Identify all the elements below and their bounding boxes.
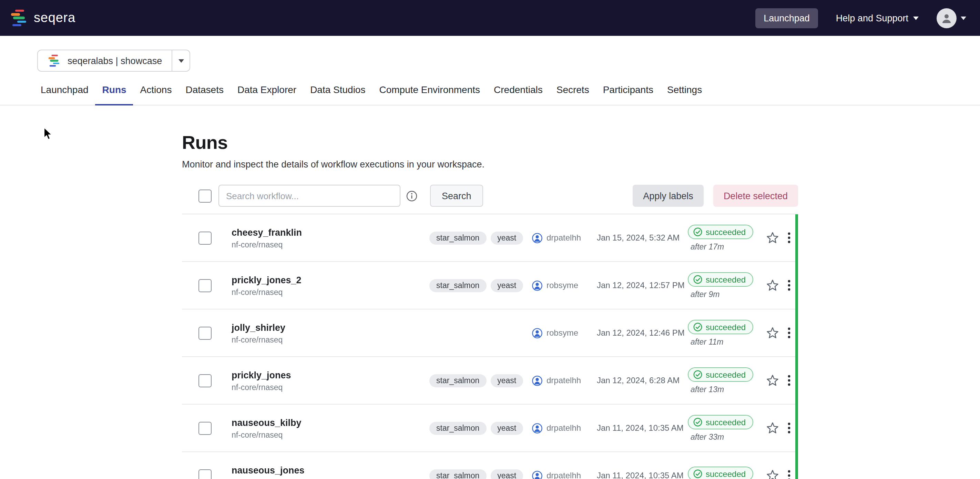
search-input[interactable] bbox=[218, 185, 401, 207]
help-and-support-menu[interactable]: Help and Support bbox=[836, 13, 919, 23]
tab-participants[interactable]: Participants bbox=[596, 84, 660, 105]
tab-datasets[interactable]: Datasets bbox=[178, 84, 231, 105]
chevron-down-icon bbox=[913, 16, 919, 20]
run-user: drpatelhh bbox=[547, 376, 581, 385]
brand[interactable]: seqera bbox=[10, 9, 75, 27]
row-checkbox[interactable] bbox=[199, 422, 212, 434]
star-icon[interactable] bbox=[764, 232, 781, 244]
status-badge: succeeded bbox=[688, 225, 753, 239]
tabs: LaunchpadRunsActionsDatasetsData Explore… bbox=[0, 84, 980, 105]
row-menu-button[interactable] bbox=[781, 422, 797, 433]
row-checkbox[interactable] bbox=[199, 279, 212, 292]
tab-settings[interactable]: Settings bbox=[660, 84, 709, 105]
run-user-cell: drpatelhh bbox=[532, 470, 597, 479]
star-icon[interactable] bbox=[764, 279, 781, 291]
run-pipeline: nf-core/rnaseq bbox=[232, 383, 430, 391]
run-name-cell: nauseous_jones nf-core/rnaseq bbox=[232, 465, 430, 479]
page-subtitle: Monitor and inspect the details of workf… bbox=[182, 159, 798, 170]
status-badge: succeeded bbox=[688, 415, 753, 430]
run-label-pill: yeast bbox=[490, 374, 523, 387]
check-circle-icon bbox=[693, 469, 702, 478]
run-user-cell: drpatelhh bbox=[532, 232, 597, 243]
user-menu[interactable] bbox=[937, 8, 966, 28]
table-accent-bar bbox=[795, 214, 798, 479]
user-avatar-icon bbox=[532, 470, 542, 479]
check-circle-icon bbox=[693, 418, 702, 426]
check-circle-icon bbox=[693, 323, 702, 331]
run-name-link[interactable]: cheesy_franklin bbox=[232, 227, 430, 237]
row-menu-button[interactable] bbox=[781, 470, 797, 479]
seqera-logo-icon bbox=[10, 9, 28, 27]
row-checkbox[interactable] bbox=[199, 326, 212, 339]
run-date: Jan 15, 2024, 5:32 AM bbox=[597, 233, 688, 243]
row-checkbox[interactable] bbox=[199, 469, 212, 479]
run-date: Jan 12, 2024, 12:57 PM bbox=[597, 280, 688, 290]
tab-runs[interactable]: Runs bbox=[95, 84, 134, 105]
apply-labels-button[interactable]: Apply labels bbox=[633, 185, 704, 207]
row-menu-button[interactable] bbox=[781, 327, 797, 338]
runs-table-body: cheesy_franklin nf-core/rnaseq star_salm… bbox=[182, 214, 798, 479]
workspace-selector-button[interactable]: seqeralabs | showcase bbox=[38, 50, 172, 71]
person-icon bbox=[941, 12, 953, 24]
workspace-selector: seqeralabs | showcase bbox=[37, 49, 190, 72]
star-icon[interactable] bbox=[764, 422, 781, 434]
mouse-cursor bbox=[43, 127, 53, 141]
row-checkbox[interactable] bbox=[199, 374, 212, 387]
row-menu-button[interactable] bbox=[781, 232, 797, 243]
tab-data-studios[interactable]: Data Studios bbox=[303, 84, 372, 105]
table-row: prickly_jones nf-core/rnaseq star_salmon… bbox=[182, 357, 798, 404]
tab-launchpad[interactable]: Launchpad bbox=[34, 84, 95, 105]
check-circle-icon bbox=[693, 275, 702, 284]
run-status-cell: succeeded after 11m bbox=[688, 320, 764, 346]
run-name-link[interactable]: nauseous_jones bbox=[232, 465, 430, 475]
row-menu-button[interactable] bbox=[781, 375, 797, 386]
run-name-link[interactable]: nauseous_kilby bbox=[232, 417, 430, 428]
status-label: succeeded bbox=[706, 275, 746, 284]
launchpad-button[interactable]: Launchpad bbox=[755, 8, 818, 28]
row-checkbox[interactable] bbox=[199, 231, 212, 244]
status-label: succeeded bbox=[706, 370, 746, 379]
table-row: prickly_jones_2 nf-core/rnaseq star_salm… bbox=[182, 262, 798, 309]
run-label-pill: star_salmon bbox=[430, 279, 486, 292]
run-name-link[interactable]: prickly_jones_2 bbox=[232, 275, 430, 285]
select-all-checkbox[interactable] bbox=[199, 189, 212, 202]
delete-selected-button[interactable]: Delete selected bbox=[713, 185, 798, 207]
star-icon[interactable] bbox=[764, 327, 781, 339]
run-duration: after 11m bbox=[690, 338, 723, 346]
brand-name: seqera bbox=[34, 10, 75, 25]
run-label-pill: star_salmon bbox=[430, 374, 486, 387]
run-date: Jan 11, 2024, 10:35 AM bbox=[597, 423, 688, 433]
status-label: succeeded bbox=[706, 227, 746, 237]
star-icon[interactable] bbox=[764, 374, 781, 387]
run-date: Jan 12, 2024, 6:28 AM bbox=[597, 376, 688, 385]
main-content: Runs Monitor and inspect the details of … bbox=[182, 132, 798, 479]
chevron-down-icon bbox=[178, 59, 184, 62]
user-avatar-icon bbox=[532, 280, 542, 291]
run-name-cell: nauseous_kilby nf-core/rnaseq bbox=[232, 417, 430, 439]
run-status-cell: succeeded after 9m bbox=[688, 272, 764, 298]
run-duration: after 33m bbox=[690, 433, 724, 441]
navbar-right: Launchpad Help and Support bbox=[755, 8, 966, 28]
workspace-selector-row: seqeralabs | showcase bbox=[37, 49, 980, 72]
run-pipeline: nf-core/rnaseq bbox=[232, 335, 430, 344]
info-icon[interactable] bbox=[406, 190, 418, 202]
tab-compute-environments[interactable]: Compute Environments bbox=[372, 84, 487, 105]
status-label: succeeded bbox=[706, 417, 746, 427]
app-root: seqera Launchpad Help and Support bbox=[0, 0, 980, 479]
runs-table: cheesy_franklin nf-core/rnaseq star_salm… bbox=[182, 214, 798, 479]
tab-actions[interactable]: Actions bbox=[134, 84, 179, 105]
run-user: drpatelhh bbox=[547, 423, 581, 433]
tab-secrets[interactable]: Secrets bbox=[550, 84, 596, 105]
workspace-dropdown-button[interactable] bbox=[172, 50, 189, 71]
run-pipeline: nf-core/rnaseq bbox=[232, 240, 430, 248]
run-name-link[interactable]: prickly_jones bbox=[232, 370, 430, 380]
run-labels: star_salmonyeast bbox=[430, 231, 532, 244]
run-name-link[interactable]: jolly_shirley bbox=[232, 322, 430, 333]
tab-data-explorer[interactable]: Data Explorer bbox=[231, 84, 303, 105]
search-button[interactable]: Search bbox=[430, 185, 483, 207]
run-status-cell: succeeded bbox=[688, 466, 764, 479]
star-icon[interactable] bbox=[764, 469, 781, 479]
tab-credentials[interactable]: Credentials bbox=[487, 84, 550, 105]
run-user-cell: robsyme bbox=[532, 328, 597, 338]
row-menu-button[interactable] bbox=[781, 280, 797, 291]
